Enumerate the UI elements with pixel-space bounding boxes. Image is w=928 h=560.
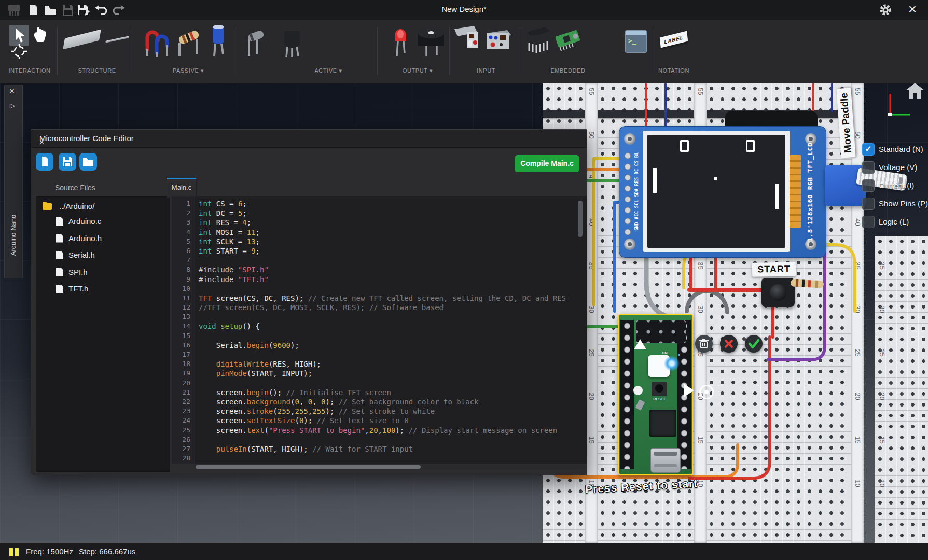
code-line[interactable]: 5int SCLK = 13; xyxy=(172,237,587,246)
sim-step: Step: 666.667us xyxy=(79,547,135,556)
tft-lcd-module[interactable]: GND VCC SCL SDA RES DC CS BL 1.8'128x160… xyxy=(619,126,826,258)
new-file-button[interactable] xyxy=(36,153,53,171)
checkbox-unchecked[interactable] xyxy=(862,161,875,174)
code-line[interactable]: 26 xyxy=(172,435,587,444)
code-line[interactable]: 7 xyxy=(172,256,587,265)
record-icon[interactable] xyxy=(699,385,714,399)
file-row-arduino-h[interactable]: Arduino.h xyxy=(36,233,170,245)
checkbox-label: Standard (N) xyxy=(879,145,923,153)
section-active[interactable]: ACTIVE ▾ xyxy=(300,67,357,74)
start-push-button[interactable] xyxy=(761,278,795,307)
transistor-component-icon[interactable] xyxy=(278,24,308,58)
breadboard-component-icon[interactable] xyxy=(63,30,101,50)
pause-icon[interactable] xyxy=(15,548,19,556)
editor-close-icon[interactable]: × xyxy=(39,134,579,150)
cancel-button[interactable] xyxy=(720,335,738,353)
code-line[interactable]: 21 screen.begin(); // Initialise TFT scr… xyxy=(172,388,587,397)
code-line[interactable]: 12//TFT screen(CS, DC, MOSI, SCLK, RES);… xyxy=(172,303,587,312)
code-line[interactable]: 14void setup() { xyxy=(172,321,587,331)
breadboard-row-number: 55 xyxy=(697,87,704,97)
confirm-button[interactable] xyxy=(745,335,763,353)
file-icon xyxy=(56,234,63,243)
code-line[interactable]: 19 pinMode(START, INPUT); xyxy=(172,369,587,378)
code-line[interactable]: 22 screen.background(0, 0, 0); // Set ba… xyxy=(172,397,587,407)
section-passive[interactable]: PASSIVE ▾ xyxy=(160,67,217,74)
compile-button[interactable]: Compile Main.c xyxy=(515,155,579,172)
settings-gear-icon[interactable] xyxy=(879,3,892,16)
code-line[interactable]: 10 xyxy=(172,284,587,293)
checkbox-unchecked[interactable] xyxy=(862,216,875,228)
scrollbar-thumb[interactable] xyxy=(196,465,421,469)
code-line[interactable]: 20 xyxy=(172,379,587,388)
label-component-icon[interactable]: LABEL xyxy=(660,31,688,48)
vertical-scrollbar[interactable] xyxy=(578,201,583,237)
code-lines[interactable]: 1int CS = 6;2int DC = 5;3int RES = 4;4in… xyxy=(172,199,587,463)
code-line[interactable]: 23 screen.stroke(255,255,255); // Set st… xyxy=(172,407,587,416)
section-output[interactable]: OUTPUT ▾ xyxy=(389,67,446,74)
terminal-component-icon[interactable]: >_ xyxy=(625,30,647,53)
cursor-tool-icon[interactable] xyxy=(13,27,26,44)
resistor-component-icon[interactable] xyxy=(174,24,205,58)
sidebar-expand-icon[interactable]: ▷ xyxy=(10,102,15,109)
on-label: ON xyxy=(662,351,668,355)
code-line[interactable]: 4int MOSI = 11; xyxy=(172,228,587,237)
code-line[interactable]: 25 screen.text("Press START to begin",20… xyxy=(172,426,587,435)
diode-component-icon[interactable] xyxy=(243,24,273,58)
capacitor-component-icon[interactable] xyxy=(207,23,230,59)
file-row-tft-h[interactable]: TFT.h xyxy=(36,283,170,296)
code-line[interactable]: 11TFT screen(CS, DC, RES); // Create new… xyxy=(172,293,587,303)
start-sticker: START xyxy=(752,262,796,276)
buzzer-component-icon[interactable] xyxy=(415,24,447,58)
code-line[interactable]: 18 digitalWrite(RES, HIGH); xyxy=(172,359,587,369)
breadboard-right[interactable] xyxy=(875,236,928,543)
code-line[interactable]: 8#include "SPI.h" xyxy=(172,265,587,274)
arduino-nano[interactable]: ON L RESET xyxy=(618,314,693,475)
code-line[interactable]: 17 xyxy=(172,350,587,359)
terminal-glyph: >_ xyxy=(628,37,636,45)
folder-row[interactable]: ../Arduino/ xyxy=(36,201,170,213)
reset-button[interactable] xyxy=(652,382,667,396)
file-row-serial-h[interactable]: Serial.h xyxy=(36,249,170,262)
breadboard-row-number: 40 xyxy=(854,217,862,228)
sidebar-close-icon[interactable]: × xyxy=(9,86,15,96)
delete-button[interactable] xyxy=(695,335,713,353)
tab-main-c[interactable]: Main.c xyxy=(167,178,197,198)
chevron-down-icon: ▾ xyxy=(339,67,342,74)
led-component-icon[interactable] xyxy=(389,23,412,59)
checkbox-unchecked[interactable] xyxy=(862,198,875,210)
checkbox-checked[interactable]: ✓ xyxy=(862,143,875,156)
checkbox-unchecked[interactable] xyxy=(862,179,875,192)
code-area[interactable]: 1int CS = 6;2int DC = 5;3int RES = 4;4in… xyxy=(172,196,587,464)
section-interaction: INTERACTION xyxy=(1,67,58,74)
pause-icon[interactable] xyxy=(9,548,13,556)
jumper-wires-icon[interactable] xyxy=(143,24,175,58)
hand-tool-icon[interactable] xyxy=(32,26,48,45)
arduino-nano-component-icon[interactable] xyxy=(554,26,581,57)
move-tool-icon[interactable] xyxy=(11,44,27,59)
code-line[interactable]: 28 xyxy=(172,454,587,463)
save-file-button[interactable] xyxy=(59,153,76,171)
bench-supply-icon[interactable] xyxy=(484,27,514,56)
ic-component-icon[interactable] xyxy=(524,25,553,57)
code-line[interactable]: 2int DC = 5; xyxy=(172,208,587,218)
power-supply-icon[interactable] xyxy=(453,25,487,57)
code-line[interactable]: 6int START = 9; xyxy=(172,246,587,256)
open-file-button[interactable] xyxy=(79,153,97,171)
wire-component-icon[interactable] xyxy=(105,36,129,43)
code-line[interactable]: 27 pulseIn(START, HIGH); // Wait for STA… xyxy=(172,444,587,454)
code-line[interactable]: 24 screen.setTextSize(0); // Set text si… xyxy=(172,416,587,425)
code-line[interactable]: 15 xyxy=(172,331,587,341)
app-titlebar[interactable]: New Design* × xyxy=(0,0,928,20)
editor-titlebar[interactable]: Microcontroller Code Editor × xyxy=(31,130,587,148)
code-line[interactable]: 3int RES = 4; xyxy=(172,218,587,227)
file-row-arduino-c[interactable]: Arduino.c xyxy=(36,216,170,228)
app-close-icon[interactable]: × xyxy=(908,1,917,18)
play-icon[interactable] xyxy=(684,384,694,397)
code-line[interactable]: 13 xyxy=(172,312,587,321)
file-row-spi-h[interactable]: SPI.h xyxy=(36,267,170,279)
horizontal-scrollbar[interactable] xyxy=(195,465,587,469)
tft-pin-header xyxy=(621,150,634,239)
code-line[interactable]: 9#include "TFT.h" xyxy=(172,275,587,284)
code-line[interactable]: 16 Serial.begin(9600); xyxy=(172,341,587,350)
code-line[interactable]: 1int CS = 6; xyxy=(172,199,587,208)
